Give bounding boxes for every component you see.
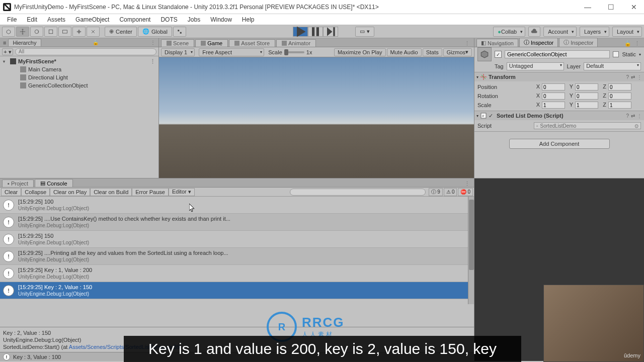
stats-toggle[interactable]: Stats	[423, 48, 442, 56]
warn-count[interactable]: ⚠0	[444, 188, 457, 196]
mute-audio-toggle[interactable]: Mute Audio	[387, 48, 422, 56]
active-checkbox[interactable]: ✓	[495, 51, 502, 58]
layers-dropdown[interactable]: Layers	[580, 27, 609, 37]
rot-x[interactable]	[542, 93, 565, 100]
panel-menu-icon[interactable]: ⋮	[150, 40, 155, 45]
tab-animator[interactable]: Animator	[276, 39, 316, 47]
hierarchy-search[interactable]	[15, 48, 156, 55]
rotate-tool[interactable]	[30, 27, 43, 37]
clear-button[interactable]: Clear	[1, 188, 21, 196]
object-icon[interactable]	[477, 47, 492, 61]
help-icon[interactable]: ?	[626, 74, 629, 80]
menu-icon[interactable]: ⋮	[637, 113, 642, 119]
pivot-toggle[interactable]: ⊕Center	[105, 27, 137, 37]
menu-help[interactable]: Help	[238, 15, 259, 24]
scale-y[interactable]	[575, 102, 598, 109]
hierarchy-item[interactable]: GenericCollectionObject	[0, 81, 158, 89]
clear-on-play-toggle[interactable]: Clear on Play	[50, 188, 90, 196]
console-entry[interactable]: ![15:29:25] ....Printing all the key and…	[0, 248, 474, 265]
menu-assets[interactable]: Assets	[43, 15, 69, 24]
script-field[interactable]: ▫SortedListDemo⊙	[534, 122, 641, 129]
move-tool[interactable]	[16, 27, 29, 37]
error-pause-toggle[interactable]: Error Pause	[132, 188, 169, 196]
snap-toggle[interactable]	[173, 27, 186, 37]
collapse-toggle[interactable]: Collapse	[21, 188, 50, 196]
cloud-button[interactable]	[528, 27, 540, 37]
tab-navigation[interactable]: ◧Navigation	[476, 39, 518, 47]
gizmos-dropdown[interactable]: Gizmos ▾	[443, 48, 472, 56]
hierarchy-item[interactable]: Directional Light	[0, 73, 158, 81]
panel-menu-icon[interactable]: ⋮	[634, 40, 642, 47]
panel-lock-icon[interactable]: 🔒	[93, 40, 99, 45]
pos-z[interactable]	[608, 83, 631, 90]
menu-dots[interactable]: DOTS	[156, 15, 181, 24]
preset-icon[interactable]: ⇄	[631, 113, 635, 119]
create-dropdown[interactable]: + ▾	[2, 48, 13, 55]
error-count[interactable]: ⛔0	[458, 188, 473, 196]
clear-on-build-toggle[interactable]: Clear on Build	[90, 188, 132, 196]
menu-edit[interactable]: Edit	[23, 15, 41, 24]
panel-menu-icon[interactable]: ⋮	[464, 40, 472, 47]
preset-icon[interactable]: ⇄	[631, 74, 635, 80]
pos-y[interactable]	[575, 83, 598, 90]
console-entry[interactable]: ![15:29:25] ....Use ContainsKey() method…	[0, 214, 474, 231]
script-header[interactable]: ▾ # ✓ Sorted List Demo (Script) ? ⇄ ⋮	[474, 111, 644, 120]
game-viewport[interactable]	[159, 57, 474, 178]
account-dropdown[interactable]: Account	[543, 27, 577, 37]
tab-asset-store[interactable]: Asset Store	[229, 39, 275, 47]
hand-tool[interactable]	[2, 27, 15, 37]
step-button[interactable]	[323, 27, 338, 37]
pos-x[interactable]	[542, 83, 565, 90]
play-button[interactable]	[293, 27, 308, 37]
scrollbar-thumb[interactable]	[469, 200, 474, 270]
console-entry[interactable]: ![15:29:25] 100UnityEngine.Debug:Log(Obj…	[0, 197, 474, 214]
preview-dropdown[interactable]: ▭ ▾	[355, 27, 374, 37]
scene-menu-icon[interactable]: ⋮	[150, 58, 155, 65]
layer-dropdown[interactable]: Default	[584, 62, 641, 70]
handle-toggle[interactable]: 🌐Global	[138, 27, 172, 37]
tab-inspector-2[interactable]: ⓘInspector	[559, 38, 598, 47]
layout-dropdown[interactable]: Layout	[612, 27, 642, 37]
scale-x[interactable]	[542, 102, 565, 109]
hierarchy-item[interactable]: Main Camera	[0, 65, 158, 73]
rot-y[interactable]	[575, 93, 598, 100]
tag-dropdown[interactable]: Untagged	[507, 62, 564, 70]
tab-project[interactable]: ▪Project	[2, 179, 34, 187]
scale-z[interactable]	[608, 102, 631, 109]
panel-menu-icon[interactable]: ⋮	[464, 180, 472, 187]
menu-file[interactable]: File	[3, 15, 21, 24]
console-list[interactable]: ![15:29:25] 100UnityEngine.Debug:Log(Obj…	[0, 197, 474, 327]
tab-inspector[interactable]: ⓘInspector	[519, 38, 558, 47]
scale-tool[interactable]	[44, 27, 57, 37]
maximize-on-play-toggle[interactable]: Maximize On Play	[334, 48, 386, 56]
menu-gameobject[interactable]: GameObject	[71, 15, 113, 24]
pause-button[interactable]	[308, 27, 323, 37]
menu-component[interactable]: Component	[115, 15, 154, 24]
console-entry-selected[interactable]: ![15:29:25] Key : 2, Value : 150UnityEng…	[0, 282, 474, 299]
panel-lock-icon[interactable]: 🔒	[622, 40, 633, 47]
info-count[interactable]: ⓘ9	[429, 188, 443, 196]
transform-tool[interactable]	[72, 27, 86, 37]
hierarchy-tree[interactable]: ▾ MyFirstScene* ⋮ Main Camera Directiona…	[0, 56, 158, 178]
display-dropdown[interactable]: Display 1	[161, 48, 195, 56]
static-checkbox[interactable]	[613, 51, 619, 57]
console-entry[interactable]: ![15:29:25] Key : 1, Value : 200UnityEng…	[0, 265, 474, 282]
object-name-field[interactable]	[505, 50, 610, 58]
tab-scene[interactable]: Scene	[161, 39, 194, 47]
add-component-button[interactable]: Add Component	[509, 139, 610, 149]
menu-jobs[interactable]: Jobs	[184, 15, 204, 24]
tab-console[interactable]: ▤Console	[35, 179, 72, 187]
transform-header[interactable]: ▾ Transform ? ⇄ ⋮	[474, 72, 644, 81]
rot-z[interactable]	[608, 93, 631, 100]
console-search[interactable]	[290, 189, 426, 196]
close-button[interactable]: ✕	[627, 2, 641, 12]
minimize-button[interactable]: —	[581, 2, 595, 12]
maximize-button[interactable]: ☐	[604, 2, 618, 12]
fold-icon[interactable]: ▾	[3, 59, 8, 64]
scene-row[interactable]: ▾ MyFirstScene* ⋮	[0, 57, 158, 65]
tab-game[interactable]: Game	[195, 39, 228, 47]
editor-dropdown[interactable]: Editor ▾	[169, 188, 195, 196]
scale-slider[interactable]	[284, 51, 304, 53]
menu-icon[interactable]: ⋮	[637, 74, 642, 80]
rect-tool[interactable]	[58, 27, 71, 37]
